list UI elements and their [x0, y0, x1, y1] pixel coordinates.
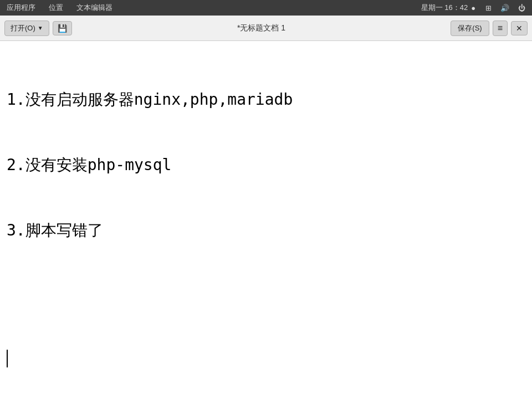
open-button-label: 打开(O)	[11, 23, 35, 33]
hamburger-menu-button[interactable]: ≡	[493, 21, 508, 36]
editor-line-3: 3.脚本写错了	[7, 219, 528, 241]
system-tray-icons: ⊞ 🔊 ⏻	[482, 2, 528, 14]
system-bar-left: 应用程序 位置 文本编辑器	[4, 2, 415, 14]
editor-line-5	[7, 350, 528, 367]
text-cursor	[7, 350, 8, 367]
close-icon: ✕	[516, 24, 523, 33]
gedit-header: 打开(O) ▼ 💾 *无标题文档 1 保存(S) ≡ ✕	[0, 16, 532, 41]
header-right-buttons: 保存(S) ≡ ✕	[451, 21, 528, 36]
network-tray-icon[interactable]: ⊞	[482, 2, 494, 14]
editor-content[interactable]: 1.没有启动服务器nginx,php,mariadb 2.没有安装php-mys…	[0, 41, 532, 399]
app-menu[interactable]: 应用程序	[4, 2, 38, 14]
open-button[interactable]: 打开(O) ▼	[4, 21, 49, 36]
open-dropdown-arrow: ▼	[38, 25, 43, 31]
gedit-window: 打开(O) ▼ 💾 *无标题文档 1 保存(S) ≡ ✕ 1.没有启动服务器ng…	[0, 16, 532, 399]
editor-line-1: 1.没有启动服务器nginx,php,mariadb	[7, 89, 528, 110]
system-clock: 星期一 16：42 ●	[421, 3, 475, 13]
save-button-label: 保存(S)	[458, 24, 482, 32]
editor-area[interactable]: 1.没有启动服务器nginx,php,mariadb 2.没有安装php-mys…	[0, 41, 532, 399]
text-editor-menu[interactable]: 文本编辑器	[74, 2, 115, 14]
audio-tray-icon[interactable]: 🔊	[499, 2, 511, 14]
document-title: *无标题文档 1	[75, 23, 448, 33]
close-button[interactable]: ✕	[511, 21, 528, 35]
editor-line-2: 2.没有安装php-mysql	[7, 154, 528, 176]
editor-line-4	[7, 284, 528, 306]
location-menu[interactable]: 位置	[47, 2, 65, 14]
power-tray-icon[interactable]: ⏻	[515, 2, 528, 14]
save-icon-button[interactable]: 💾	[53, 21, 72, 35]
hamburger-icon: ≡	[498, 23, 503, 33]
save-button[interactable]: 保存(S)	[451, 21, 489, 36]
system-bar: 应用程序 位置 文本编辑器 星期一 16：42 ● ⊞ 🔊 ⏻	[0, 0, 532, 16]
